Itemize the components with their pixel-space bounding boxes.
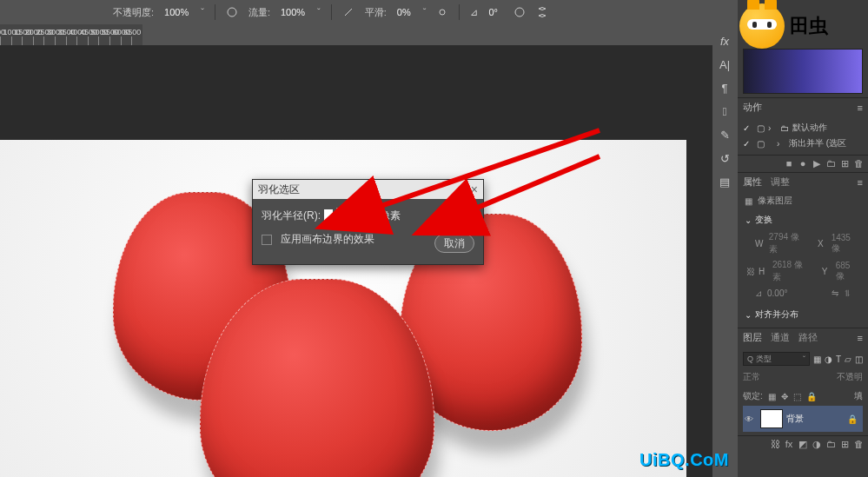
filter-smart-icon[interactable]: ◫ bbox=[855, 354, 863, 364]
radius-input[interactable] bbox=[336, 208, 371, 223]
lock-label: 锁定: bbox=[743, 390, 763, 402]
tab-layers[interactable]: 图层 bbox=[743, 331, 762, 344]
chevron-right-icon[interactable]: › bbox=[777, 139, 785, 149]
new-layer-icon[interactable]: ⊞ bbox=[838, 439, 851, 450]
paragraph-icon[interactable]: ¶ bbox=[722, 82, 728, 95]
opacity-value[interactable]: 100% bbox=[164, 7, 189, 17]
symmetry-icon[interactable] bbox=[536, 6, 548, 18]
ruler-tick: 2500 bbox=[43, 36, 55, 45]
angle-value[interactable]: 0.00° bbox=[767, 288, 787, 298]
lock-artboard-icon[interactable]: ⬚ bbox=[793, 392, 801, 401]
link-layers-icon[interactable]: ⛓ bbox=[769, 439, 781, 450]
history-icon[interactable]: ↺ bbox=[720, 152, 730, 165]
flip-horizontal-icon[interactable]: ⇋ bbox=[832, 288, 838, 298]
layers-panel-header[interactable]: 图层 通道 路径 ≡ bbox=[738, 328, 868, 347]
filter-shape-icon[interactable]: ▱ bbox=[845, 354, 851, 364]
link-icon[interactable]: ⛓ bbox=[746, 267, 755, 276]
chevron-down-icon[interactable]: ˇ bbox=[317, 7, 321, 17]
right-panels: 动作 ≡ ✓ ▢ › 🗀 默认动作 ✓ ▢ › 渐出并半 (选区 ■ ● ▶ 🗀… bbox=[738, 0, 868, 477]
chevron-down-icon[interactable]: ˇ bbox=[423, 7, 427, 17]
tab-channels[interactable]: 通道 bbox=[771, 331, 790, 344]
pressure-opacity-icon[interactable] bbox=[226, 6, 238, 18]
properties-panel-header[interactable]: 属性 调整 ≡ bbox=[738, 172, 868, 191]
trash-icon[interactable]: 🗑 bbox=[852, 158, 865, 169]
check-icon[interactable]: ✓ bbox=[743, 139, 753, 149]
watermark-url: UiBQ.CoM bbox=[639, 450, 729, 470]
ok-button[interactable]: 确定 bbox=[434, 208, 474, 227]
cancel-button[interactable]: 取消 bbox=[434, 234, 474, 253]
play-icon[interactable]: ▶ bbox=[811, 158, 823, 169]
new-action-icon[interactable]: ⊞ bbox=[838, 158, 851, 169]
chevron-down-icon[interactable]: ˇ bbox=[201, 7, 204, 17]
tab-paths[interactable]: 路径 bbox=[798, 331, 818, 344]
stop-icon[interactable]: ■ bbox=[783, 158, 795, 169]
align-section[interactable]: ⌄ 对齐并分布 bbox=[745, 308, 861, 321]
action-row[interactable]: ✓ ▢ › 渐出并半 (选区 bbox=[743, 136, 863, 151]
record-icon[interactable]: ● bbox=[797, 158, 809, 169]
dialog-title: 羽化选区 bbox=[258, 182, 300, 197]
tab-adjustments[interactable]: 调整 bbox=[771, 176, 790, 189]
tab-properties[interactable]: 属性 bbox=[743, 176, 762, 189]
brush-settings-icon[interactable]: ✎ bbox=[720, 129, 730, 142]
trash-icon[interactable]: 🗑 bbox=[852, 439, 865, 450]
group-icon[interactable]: 🗀 bbox=[825, 439, 837, 450]
layer-thumbnail[interactable] bbox=[760, 409, 783, 428]
check-icon[interactable]: ✓ bbox=[743, 123, 753, 133]
svg-point-2 bbox=[515, 8, 524, 17]
smoothing-value[interactable]: 0% bbox=[397, 7, 411, 17]
h-value[interactable]: 2618 像素 bbox=[772, 259, 812, 283]
flow-value[interactable]: 100% bbox=[281, 7, 305, 17]
lock-all-icon[interactable]: 🔒 bbox=[806, 392, 817, 401]
dialog-titlebar[interactable]: 羽化选区 × bbox=[253, 180, 483, 199]
fx-icon[interactable]: fx bbox=[720, 35, 729, 48]
transform-section[interactable]: ⌄ 变换 bbox=[745, 214, 861, 226]
lock-position-icon[interactable]: ✥ bbox=[781, 392, 788, 401]
adjustment-icon[interactable]: ◑ bbox=[811, 439, 823, 450]
panel-menu-icon[interactable]: ≡ bbox=[858, 177, 863, 188]
gear-icon[interactable] bbox=[436, 6, 448, 18]
y-value[interactable]: 685 像 bbox=[836, 261, 861, 282]
fx-icon[interactable]: fx bbox=[783, 439, 795, 450]
chevron-down-icon[interactable]: ⌄ bbox=[745, 310, 752, 320]
ruler-tick: 4000 bbox=[76, 36, 88, 45]
dialog-toggle-icon[interactable]: ▢ bbox=[757, 139, 765, 149]
actions-panel-header[interactable]: 动作 ≡ bbox=[738, 97, 868, 116]
layer-filter-dropdown[interactable]: Q 类型 ˇ bbox=[743, 352, 810, 366]
properties-panel-body: ▦ 像素图层 ⌄ 变换 W 2794 像素 X 1435 像 ⛓ H 2618 … bbox=[738, 191, 868, 328]
filter-pixel-icon[interactable]: ▦ bbox=[813, 354, 821, 364]
brushes-icon[interactable]: 𖠂 bbox=[723, 105, 727, 118]
airbrush-icon[interactable] bbox=[342, 6, 354, 18]
separator bbox=[331, 4, 332, 20]
blend-mode-dropdown[interactable]: 正常 bbox=[743, 371, 760, 383]
layer-name[interactable]: 背景 bbox=[786, 413, 804, 425]
chevron-right-icon[interactable]: › bbox=[768, 123, 777, 133]
action-set-row[interactable]: ✓ ▢ › 🗀 默认动作 bbox=[743, 120, 863, 136]
filter-adjust-icon[interactable]: ◑ bbox=[825, 354, 832, 364]
angle-value[interactable]: 0° bbox=[488, 7, 498, 17]
close-icon[interactable]: × bbox=[471, 182, 478, 196]
panel-menu-icon[interactable]: ≡ bbox=[858, 333, 863, 343]
tab-actions[interactable]: 动作 bbox=[743, 101, 762, 114]
lock-icon[interactable]: 🔒 bbox=[847, 414, 858, 424]
new-set-icon[interactable]: 🗀 bbox=[825, 158, 837, 169]
apply-canvas-bounds-checkbox[interactable] bbox=[262, 235, 272, 245]
libraries-icon[interactable]: ▤ bbox=[719, 176, 730, 189]
filter-type-icon[interactable]: T bbox=[836, 354, 841, 364]
pressure-size-icon[interactable] bbox=[514, 6, 526, 18]
angle-icon: ⊿ bbox=[755, 288, 762, 298]
mask-icon[interactable]: ◩ bbox=[797, 439, 809, 450]
lock-pixels-icon[interactable]: ▦ bbox=[768, 392, 776, 401]
flip-vertical-icon[interactable]: ⥮ bbox=[844, 288, 851, 298]
type-icon[interactable]: A| bbox=[719, 58, 730, 71]
panel-menu-icon[interactable]: ≡ bbox=[858, 103, 863, 113]
ruler-tick: 1500 bbox=[22, 36, 33, 45]
w-value[interactable]: 2794 像素 bbox=[769, 231, 807, 255]
ruler-tick: 3000 bbox=[55, 36, 66, 45]
dialog-toggle-icon[interactable]: ▢ bbox=[757, 123, 765, 133]
gradient-preview[interactable] bbox=[743, 49, 863, 94]
layer-row-background[interactable]: 👁 背景 🔒 bbox=[743, 406, 863, 432]
ruler-tick: 5500 bbox=[109, 36, 121, 45]
eye-icon[interactable]: 👁 bbox=[745, 414, 757, 424]
x-value[interactable]: 1435 像 bbox=[832, 233, 861, 255]
chevron-down-icon[interactable]: ⌄ bbox=[745, 215, 752, 225]
